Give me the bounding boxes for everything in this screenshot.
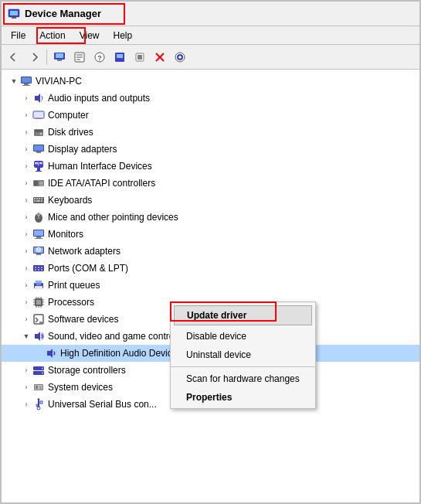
svg-rect-4 [56,53,63,58]
hid-expand[interactable]: › [20,160,32,172]
usb-label: Universal Serial Bus con... [48,399,157,410]
menu-file[interactable]: File [5,29,32,43]
title-bar-text: Device Manager [25,8,101,19]
update-icon-btn[interactable] [110,48,129,66]
ctx-disable-device[interactable]: Disable device [171,327,315,346]
storage-expand[interactable]: › [20,364,32,376]
svg-rect-38 [36,171,42,172]
ctx-scan-hardware[interactable]: Scan for hardware changes [171,369,315,388]
tree-root[interactable]: ▼ VIVIAN-PC [2,73,419,90]
svg-rect-50 [36,198,38,199]
title-bar: Device Manager [2,2,419,26]
audio-icon: ) ) [32,92,45,104]
tree-item-monitors[interactable]: › Monitors [2,226,419,243]
svg-rect-49 [34,198,36,199]
svg-marker-108 [37,398,40,400]
svg-rect-34 [34,145,43,151]
svg-rect-54 [36,200,40,202]
toolbar: ? [2,45,419,70]
menu-action[interactable]: Action [33,29,71,43]
sound-expand[interactable]: ▼ [20,330,32,342]
display-label: Display adapters [48,144,117,155]
ports-label: Ports (COM & LPT) [48,263,128,274]
system-icon [32,381,45,393]
svg-rect-79 [36,284,41,285]
tree-item-audio[interactable]: › ) ) Audio inputs and outputs [2,90,419,107]
usb-icon [32,398,45,410]
disk-expand[interactable]: › [20,126,32,138]
svg-rect-104 [36,386,38,389]
menu-help[interactable]: Help [107,29,139,43]
tree-item-ports[interactable]: › Ports (COM & LPT) [2,260,419,277]
svg-rect-1 [10,11,18,15]
svg-rect-81 [36,300,41,305]
root-label: VIVIAN-PC [36,76,82,87]
tree-item-computer[interactable]: › Computer [2,107,419,124]
mice-label: Mice and other pointing devices [48,212,178,223]
processors-icon [32,296,45,308]
forward-button[interactable] [25,48,43,66]
svg-rect-47 [39,185,43,186]
network-expand[interactable]: › [20,245,32,257]
system-label: System devices [48,382,113,393]
svg-point-101 [42,373,43,374]
scan-icon-btn[interactable] [131,48,149,66]
svg-rect-35 [36,152,41,153]
keyboard-icon [32,194,45,206]
ctx-uninstall-device[interactable]: Uninstall device [171,346,315,364]
uninstall-icon-btn[interactable] [151,48,169,66]
root-expand[interactable]: ▼ [8,75,20,87]
svg-rect-28 [34,112,43,117]
keyboard-label: Keyboards [48,195,92,206]
audio-expand[interactable]: › [20,92,32,104]
display-icon [32,143,45,155]
display-expand[interactable]: › [20,143,32,155]
software-expand[interactable]: › [20,313,32,325]
print-expand[interactable]: › [20,279,32,291]
back-button[interactable] [5,48,23,66]
ports-icon [32,262,45,274]
tree-item-ide[interactable]: › IDE ATA/ATAPI controllers [2,175,419,192]
tree-item-print[interactable]: › Print queues [2,277,419,294]
title-bar-icon [8,8,20,20]
keyboard-expand[interactable]: › [20,194,32,206]
print-label: Print queues [48,280,100,291]
svg-rect-65 [36,254,41,255]
svg-rect-110 [36,404,38,407]
tree-item-keyboard[interactable]: › Keyboards [2,192,419,209]
disk-icon [32,126,45,138]
ctx-update-driver[interactable]: Update driver [174,305,312,325]
device-tree-content[interactable]: ▼ VIVIAN-PC › ) ) Audio inp [2,70,419,502]
properties-icon-btn[interactable] [70,48,89,66]
ctx-separator [171,366,315,367]
ports-expand[interactable]: › [20,262,32,274]
ctx-properties[interactable]: Properties [171,388,315,407]
tree-item-hid[interactable]: › Human Interface Devices [2,158,419,175]
tree-item-disk[interactable]: › Disk drives [2,124,419,141]
computer-expand[interactable]: › [20,109,32,121]
svg-rect-72 [41,267,42,268]
system-expand[interactable]: › [20,381,32,393]
add-icon-btn[interactable] [171,48,189,66]
svg-rect-45 [39,182,43,182]
svg-rect-36 [34,161,43,168]
tree-item-mice[interactable]: › Mice and other pointing devices [2,209,419,226]
tree-item-network[interactable]: › Network adapters [2,243,419,260]
processors-label: Processors [48,297,94,308]
svg-rect-29 [36,118,42,119]
menu-view[interactable]: View [73,29,106,43]
separator-1 [46,49,47,65]
monitors-expand[interactable]: › [20,228,32,240]
ide-expand[interactable]: › [20,177,32,189]
device-manager-icon-btn[interactable] [50,48,69,66]
svg-rect-22 [24,83,29,85]
help-icon-btn[interactable]: ? [90,48,109,66]
ide-label: IDE ATA/ATAPI controllers [48,178,155,189]
processors-expand[interactable]: › [20,296,32,308]
mice-expand[interactable]: › [20,211,32,223]
usb-expand[interactable]: › [20,398,32,410]
svg-rect-37 [37,168,40,171]
tree-item-display[interactable]: › Display adapters [2,141,419,158]
svg-text:): ) [42,95,43,100]
svg-rect-77 [36,281,42,284]
